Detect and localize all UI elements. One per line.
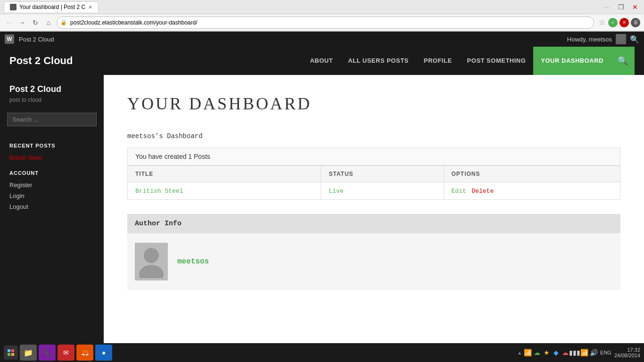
posts-table: TITLE STATUS OPTIONS British Steel Live …	[127, 165, 620, 200]
taskbar-lang: ENG	[600, 350, 611, 355]
file-manager-icon: 📁	[24, 348, 33, 357]
col-title: TITLE	[128, 166, 321, 182]
table-row: British Steel Live Edit Delete	[128, 182, 620, 200]
main-content: YOUR DASHBOARD meetsos's Dashboard You h…	[104, 75, 644, 358]
home-button[interactable]: ⌂	[43, 17, 54, 28]
chrome-icon: ●	[102, 349, 106, 356]
post-status-cell: Live	[321, 182, 444, 200]
svg-point-0	[144, 248, 159, 263]
tray-icon-5: ☁	[561, 349, 569, 356]
restore-button[interactable]: ❐	[616, 2, 626, 12]
col-status: STATUS	[321, 166, 444, 182]
wp-search-icon[interactable]: 🔍	[630, 35, 639, 44]
svg-rect-3	[11, 349, 14, 352]
start-icon	[7, 349, 15, 356]
wp-admin-bar: W Post 2 Cloud Howdy, meetsos 🔍	[0, 32, 644, 47]
system-tray: ▲ 📶 ☁ ★ ◆ ☁ ▮▮▮ 📶 🔊	[517, 349, 597, 356]
author-info-body: meetsos	[127, 233, 620, 290]
author-name-link[interactable]: meetsos	[177, 257, 209, 266]
svg-rect-5	[11, 353, 14, 356]
svg-rect-2	[8, 349, 10, 352]
dashboard-subtitle: meetsos's Dashboard	[127, 132, 620, 140]
posts-count-text: You have created 1 Posts	[135, 153, 210, 160]
taskbar-file-manager[interactable]: 📁	[20, 345, 37, 358]
browser-titlebar: Your dashboard | Post 2 C ✕ ─ ❐ ✕	[0, 0, 644, 14]
taskbar: 📁 📞 ✉ 🦊 ● ▲ 📶 ☁ ★ ◆ ☁ ▮▮▮ 📶 🔊 ENG 17:32 …	[0, 343, 644, 358]
wp-site-name[interactable]: Post 2 Cloud	[19, 36, 54, 43]
address-bar-wrap: 🔒	[57, 16, 594, 29]
tab-close-button[interactable]: ✕	[88, 4, 92, 10]
delete-post-button[interactable]: Delete	[471, 188, 494, 195]
nav-post-something[interactable]: POST SOMETHING	[460, 47, 534, 75]
svg-point-1	[139, 265, 164, 278]
sidebar-login-link[interactable]: Login	[0, 190, 104, 201]
start-button[interactable]	[4, 346, 18, 358]
ext-icon-1[interactable]: ✓	[608, 18, 618, 27]
viber-icon: 📞	[43, 349, 51, 356]
forward-button[interactable]: →	[17, 17, 27, 28]
tray-icon-3: ★	[543, 349, 550, 356]
sidebar-recent-posts-label: RECENT POSTS	[0, 136, 104, 152]
wp-logo: W	[5, 34, 14, 44]
site-header: Post 2 Cloud ABOUT ALL USERS POSTS PROFI…	[0, 47, 644, 75]
taskbar-viber[interactable]: 📞	[39, 345, 56, 358]
minimize-button[interactable]: ─	[602, 2, 612, 12]
sidebar-site-title: Post 2 Cloud	[0, 84, 104, 97]
author-info-header: Author Info	[127, 214, 620, 233]
edit-post-button[interactable]: Edit	[452, 188, 466, 195]
sidebar-recent-post-british-steel[interactable]: British Steel	[0, 152, 104, 163]
tab-favicon	[10, 4, 17, 10]
posts-count-bar: You have created 1 Posts	[127, 148, 620, 165]
page-title: YOUR DASHBOARD	[127, 94, 620, 114]
volume-icon: 🔊	[590, 349, 597, 356]
nav-your-dashboard[interactable]: YOUR DASHBOARD	[533, 47, 611, 75]
post-title-link[interactable]: British Steel	[135, 188, 183, 195]
tray-icon-1: 📶	[524, 349, 531, 356]
address-bar[interactable]	[57, 16, 594, 29]
browser-extensions: ✓ ✕ ☰	[608, 18, 640, 27]
svg-rect-4	[8, 353, 10, 356]
taskbar-chrome[interactable]: ●	[95, 345, 112, 358]
ext-icon-2[interactable]: ✕	[619, 18, 629, 27]
browser-tab[interactable]: Your dashboard | Post 2 C ✕	[4, 1, 99, 12]
site-nav: ABOUT ALL USERS POSTS PROFILE POST SOMET…	[302, 47, 635, 75]
refresh-button[interactable]: ↻	[30, 17, 41, 28]
taskbar-firefox[interactable]: 🦊	[76, 345, 93, 358]
tray-icon-4: ◆	[552, 349, 560, 356]
taskbar-mail[interactable]: ✉	[58, 345, 74, 358]
nav-all-users-posts[interactable]: ALL USERS POSTS	[340, 47, 416, 75]
network-icon: 📶	[580, 349, 588, 356]
nav-search-button[interactable]: 🔍	[611, 47, 635, 75]
lock-icon: 🔒	[60, 19, 67, 25]
col-options: OPTIONS	[444, 166, 620, 182]
ext-icon-3[interactable]: ☰	[631, 18, 640, 27]
battery-icon: ▮▮▮	[571, 349, 578, 356]
howdy-text: Howdy, meetsos	[567, 36, 612, 43]
wp-howdy: Howdy, meetsos 🔍	[567, 34, 639, 44]
sidebar: Post 2 Cloud post to cloud RECENT POSTS …	[0, 75, 104, 358]
taskbar-time-display: 17:32	[614, 347, 640, 353]
sidebar-register-link[interactable]: Register	[0, 180, 104, 190]
nav-about[interactable]: ABOUT	[302, 47, 340, 75]
bookmark-star-icon[interactable]: ☆	[599, 18, 605, 27]
site-title[interactable]: Post 2 Cloud	[9, 55, 73, 67]
nav-profile[interactable]: PROFILE	[416, 47, 460, 75]
avatar-icon	[137, 245, 165, 278]
author-avatar	[135, 243, 168, 280]
browser-chrome: Your dashboard | Post 2 C ✕ ─ ❐ ✕ ← → ↻ …	[0, 0, 644, 32]
tray-arrow-icon[interactable]: ▲	[517, 350, 522, 355]
table-header-row: TITLE STATUS OPTIONS	[128, 166, 620, 182]
close-button[interactable]: ✕	[630, 2, 640, 12]
back-button[interactable]: ←	[4, 17, 14, 28]
post-status-live: Live	[329, 188, 343, 195]
page-wrapper: Post 2 Cloud post to cloud RECENT POSTS …	[0, 75, 644, 358]
tab-title: Your dashboard | Post 2 C	[19, 4, 85, 10]
sidebar-account-label: ACCOUNT	[0, 163, 104, 180]
taskbar-date-display: 24/08/2014	[614, 353, 640, 358]
browser-controls: ← → ↻ ⌂ 🔒 ☆ ✓ ✕ ☰	[0, 14, 644, 31]
sidebar-search	[0, 113, 104, 136]
author-info-section: Author Info meetsos	[127, 214, 620, 290]
sidebar-logout-link[interactable]: Logout	[0, 201, 104, 212]
sidebar-tagline: post to cloud	[0, 97, 104, 113]
search-input[interactable]	[7, 113, 97, 126]
